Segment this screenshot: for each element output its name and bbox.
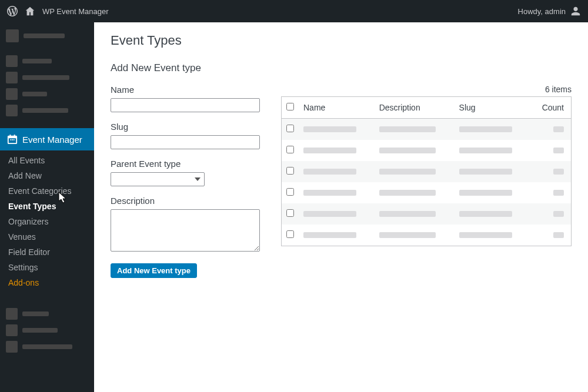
cell-name-skeleton xyxy=(303,148,356,153)
table-row xyxy=(282,119,572,140)
name-label: Name xyxy=(111,85,260,95)
add-new-event-type-button[interactable]: Add New Event type xyxy=(111,263,197,278)
cell-slug-skeleton xyxy=(459,232,512,238)
form-title: Add New Event type xyxy=(111,62,572,74)
cell-slug-skeleton xyxy=(459,126,512,132)
table-row xyxy=(282,161,572,182)
sidebar-item-placeholder[interactable] xyxy=(0,86,94,102)
admin-sidebar: Event Manager All Events Add New Event C… xyxy=(0,22,94,392)
column-slug[interactable]: Slug xyxy=(455,97,530,119)
row-checkbox[interactable] xyxy=(286,230,294,238)
sidebar-item-placeholder[interactable] xyxy=(0,69,94,86)
column-count[interactable]: Count xyxy=(530,97,571,119)
event-types-table: Name Description Slug Count xyxy=(281,96,572,246)
cell-count-skeleton xyxy=(553,169,564,175)
sidebar-parent-label: Event Manager xyxy=(22,135,82,145)
table-row xyxy=(282,140,572,161)
cell-name-skeleton xyxy=(303,232,356,238)
sidebar-sub-add-new[interactable]: Add New xyxy=(0,168,94,183)
row-checkbox[interactable] xyxy=(286,146,294,153)
content-area: Event Types Add New Event type Name Slug… xyxy=(94,22,588,392)
slug-label: Slug xyxy=(111,122,260,132)
row-checkbox[interactable] xyxy=(286,125,294,132)
sidebar-item-placeholder[interactable] xyxy=(0,306,94,322)
table-row xyxy=(282,182,572,203)
name-input[interactable] xyxy=(111,98,260,112)
cell-name-skeleton xyxy=(303,211,356,217)
column-name[interactable]: Name xyxy=(299,97,375,119)
cell-name-skeleton xyxy=(303,169,356,175)
cell-description-skeleton xyxy=(379,211,436,217)
sidebar-sub-event-types[interactable]: Event Types xyxy=(0,199,94,214)
sidebar-sub-organizers[interactable]: Organizers xyxy=(0,214,94,229)
sidebar-item-placeholder[interactable] xyxy=(0,102,94,119)
row-checkbox[interactable] xyxy=(286,209,294,217)
description-label: Description xyxy=(111,196,260,206)
sidebar-item-placeholder[interactable] xyxy=(0,322,94,339)
sidebar-item-placeholder[interactable] xyxy=(0,339,94,355)
sidebar-sub-event-categories[interactable]: Event Categories xyxy=(0,183,94,199)
cell-description-skeleton xyxy=(379,232,436,238)
cell-count-skeleton xyxy=(553,148,564,153)
cell-name-skeleton xyxy=(303,126,356,132)
sidebar-item-placeholder[interactable] xyxy=(0,27,94,45)
cell-slug-skeleton xyxy=(459,190,512,196)
table-row xyxy=(282,203,572,225)
column-description[interactable]: Description xyxy=(375,97,455,119)
row-checkbox[interactable] xyxy=(286,167,294,175)
sidebar-sub-add-ons[interactable]: Add-ons xyxy=(0,275,94,290)
cell-description-skeleton xyxy=(379,148,436,153)
slug-input[interactable] xyxy=(111,135,260,149)
sidebar-item-placeholder[interactable] xyxy=(0,53,94,69)
sidebar-sub-venues[interactable]: Venues xyxy=(0,229,94,244)
cell-count-skeleton xyxy=(553,126,564,132)
row-checkbox[interactable] xyxy=(286,188,294,196)
page-title: Event Types xyxy=(111,33,572,48)
sidebar-sub-field-editor[interactable]: Field Editor xyxy=(0,244,94,260)
admin-bar: WP Event Manager Howdy, admin xyxy=(0,0,588,22)
sidebar-sub-all-events[interactable]: All Events xyxy=(0,153,94,168)
sidebar-item-event-manager[interactable]: Event Manager xyxy=(0,128,94,150)
table-row xyxy=(282,225,572,246)
cell-description-skeleton xyxy=(379,190,436,196)
cell-count-skeleton xyxy=(553,190,564,196)
cell-description-skeleton xyxy=(379,126,436,132)
user-icon[interactable] xyxy=(570,6,581,16)
howdy-text[interactable]: Howdy, admin xyxy=(518,7,566,16)
items-count: 6 items xyxy=(281,85,572,94)
add-term-form: Name Slug Parent Event type Description … xyxy=(111,85,260,278)
cell-count-skeleton xyxy=(553,232,564,238)
parent-select[interactable] xyxy=(111,172,205,186)
cell-slug-skeleton xyxy=(459,169,512,175)
select-all-checkbox[interactable] xyxy=(286,103,294,110)
description-textarea[interactable] xyxy=(111,209,260,252)
home-icon[interactable] xyxy=(25,6,35,16)
cell-slug-skeleton xyxy=(459,148,512,153)
calendar-icon xyxy=(7,134,18,145)
parent-label: Parent Event type xyxy=(111,159,260,169)
cell-count-skeleton xyxy=(553,211,564,217)
cell-description-skeleton xyxy=(379,169,436,175)
cell-name-skeleton xyxy=(303,190,356,196)
sidebar-sub-settings[interactable]: Settings xyxy=(0,260,94,275)
site-title[interactable]: WP Event Manager xyxy=(42,7,108,16)
cell-slug-skeleton xyxy=(459,211,512,217)
wordpress-logo-icon[interactable] xyxy=(7,6,18,16)
